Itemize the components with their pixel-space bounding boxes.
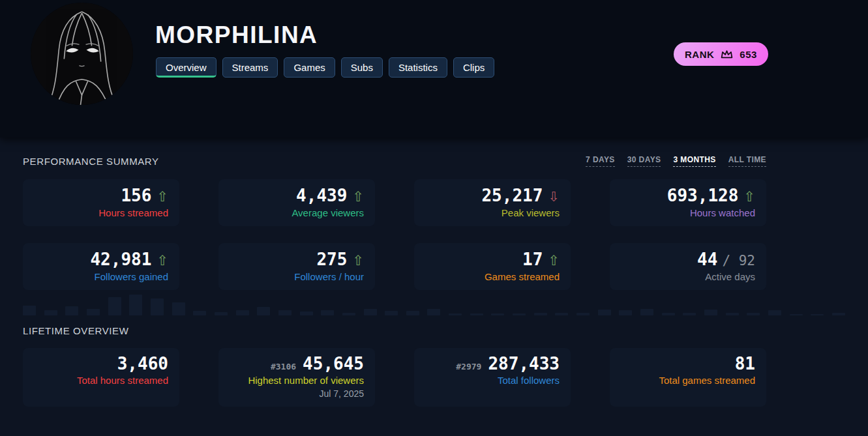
rank-badge[interactable]: RANK 653 xyxy=(674,42,768,66)
stat-label: Total hours streamed xyxy=(77,375,168,386)
profile-tabs: Overview Streams Games Subs Statistics C… xyxy=(156,57,494,78)
tab-overview[interactable]: Overview xyxy=(156,57,217,78)
lifetime-grid: 3,460 Total hours streamed #3106 45,645 … xyxy=(23,348,845,407)
spark-bar xyxy=(683,313,696,315)
stat-card-peak-viewers: 25,217 ⇩ Peak viewers xyxy=(414,179,571,226)
performance-grid: 156 ⇧ Hours streamed 4,439 ⇧ Average vie… xyxy=(23,179,845,290)
spark-bar xyxy=(215,312,228,315)
spark-bar xyxy=(151,298,164,315)
trend-down-icon: ⇩ xyxy=(548,190,560,204)
spark-bar xyxy=(406,311,419,315)
trend-up-icon: ⇧ xyxy=(352,254,364,268)
rank-value: 653 xyxy=(740,49,757,60)
stat-label: Peak viewers xyxy=(501,207,560,218)
stat-card-average-viewers: 4,439 ⇧ Average viewers xyxy=(218,179,375,226)
trend-up-icon: ⇧ xyxy=(157,254,168,268)
spark-bar xyxy=(300,312,313,315)
page-title: MORPHILINA xyxy=(155,22,318,49)
spark-bar xyxy=(385,311,398,315)
stat-card-active-days: 44 / 92 Active days xyxy=(610,243,766,290)
tab-subs[interactable]: Subs xyxy=(341,57,383,78)
spark-bar xyxy=(108,297,121,315)
stat-card-games-streamed: 17 ⇧ Games streamed xyxy=(414,243,571,290)
stat-label: Hours watched xyxy=(690,207,755,218)
spark-bar xyxy=(790,314,803,315)
spark-bar xyxy=(555,313,568,315)
spark-bar xyxy=(364,309,377,315)
avatar-art-icon xyxy=(31,3,133,105)
spark-bar xyxy=(193,311,206,315)
tab-streams[interactable]: Streams xyxy=(222,57,278,78)
spark-bar xyxy=(747,313,760,315)
spark-bar xyxy=(832,313,845,315)
tab-games[interactable]: Games xyxy=(284,57,335,78)
spark-bar xyxy=(172,302,185,315)
stat-value: 81 xyxy=(735,355,755,373)
section-title-performance: PERFORMANCE SUMMARY xyxy=(23,156,159,167)
profile-header: MORPHILINA Overview Streams Games Subs S… xyxy=(0,0,868,138)
stat-card-hours-watched: 693,128 ⇧ Hours watched xyxy=(610,179,766,226)
stat-date: Jul 7, 2025 xyxy=(320,388,365,399)
trend-up-icon: ⇧ xyxy=(743,190,755,204)
stat-value: 156 xyxy=(121,187,151,205)
stat-rank: #3106 xyxy=(271,362,296,371)
rank-label: RANK xyxy=(685,49,714,60)
trend-up-icon: ⇧ xyxy=(352,190,364,204)
performance-header: PERFORMANCE SUMMARY 7 DAYS 30 DAYS 3 MON… xyxy=(23,155,766,167)
range-all-time[interactable]: ALL TIME xyxy=(728,155,766,167)
spark-bar xyxy=(768,310,781,315)
stat-value: 25,217 xyxy=(481,187,543,205)
spark-bar xyxy=(449,313,462,315)
stat-value: 17 xyxy=(522,251,543,269)
stat-label: Hours streamed xyxy=(98,207,168,218)
spark-bar xyxy=(576,313,590,315)
spark-bar xyxy=(427,309,440,315)
spark-bar xyxy=(513,313,526,315)
stat-card-highest-viewers: #3106 45,645 Highest number of viewers J… xyxy=(218,348,375,407)
range-7-days[interactable]: 7 DAYS xyxy=(586,155,615,167)
spark-bar xyxy=(236,310,249,315)
stat-value-total: / 92 xyxy=(722,253,755,269)
section-title-lifetime: LIFETIME OVERVIEW xyxy=(23,325,128,336)
stat-label: Total games streamed xyxy=(659,375,755,386)
tab-statistics[interactable]: Statistics xyxy=(389,57,447,78)
stat-label: Highest number of viewers xyxy=(248,375,364,386)
spark-bar xyxy=(662,313,675,315)
stat-label: Followers / hour xyxy=(294,271,364,282)
stat-value: 4,439 xyxy=(296,187,347,205)
stat-card-total-games-streamed: 81 Total games streamed xyxy=(610,348,766,407)
tab-clips[interactable]: Clips xyxy=(453,57,494,78)
trend-up-icon: ⇧ xyxy=(157,190,168,204)
stat-value: 42,981 xyxy=(90,251,151,269)
spark-bar xyxy=(278,310,292,315)
spark-bar xyxy=(87,309,100,315)
stat-value: 3,460 xyxy=(117,355,168,373)
stat-card-followers-per-hour: 275 ⇧ Followers / hour xyxy=(218,243,375,290)
spark-bar xyxy=(44,310,57,315)
spark-bar xyxy=(470,313,483,315)
stat-value: 693,128 xyxy=(667,187,739,205)
streamer-avatar xyxy=(31,3,133,105)
spark-bar xyxy=(598,310,611,315)
crown-icon xyxy=(720,48,734,60)
time-range-selector: 7 DAYS 30 DAYS 3 MONTHS ALL TIME xyxy=(586,155,766,167)
spark-bar xyxy=(65,306,78,315)
stat-card-followers-gained: 42,981 ⇧ Followers gained xyxy=(23,243,179,290)
spark-bar xyxy=(321,310,334,315)
spark-bar xyxy=(342,313,355,315)
range-30-days[interactable]: 30 DAYS xyxy=(627,155,661,167)
main-content: PERFORMANCE SUMMARY 7 DAYS 30 DAYS 3 MON… xyxy=(0,138,868,407)
stat-rank: #2979 xyxy=(456,362,481,371)
trend-up-icon: ⇧ xyxy=(548,254,560,268)
stat-label: Followers gained xyxy=(95,271,168,282)
spark-bar xyxy=(704,310,717,315)
spark-bar xyxy=(811,314,824,315)
stat-card-hours-streamed: 156 ⇧ Hours streamed xyxy=(23,179,179,226)
stat-card-total-followers: #2979 287,433 Total followers xyxy=(414,348,571,407)
spark-bar xyxy=(129,295,142,315)
stat-value: 275 xyxy=(316,251,347,269)
stat-card-total-hours-streamed: 3,460 Total hours streamed xyxy=(23,348,179,407)
spark-bar xyxy=(619,310,632,315)
range-3-months[interactable]: 3 MONTHS xyxy=(673,155,715,167)
spark-bar xyxy=(726,313,739,315)
